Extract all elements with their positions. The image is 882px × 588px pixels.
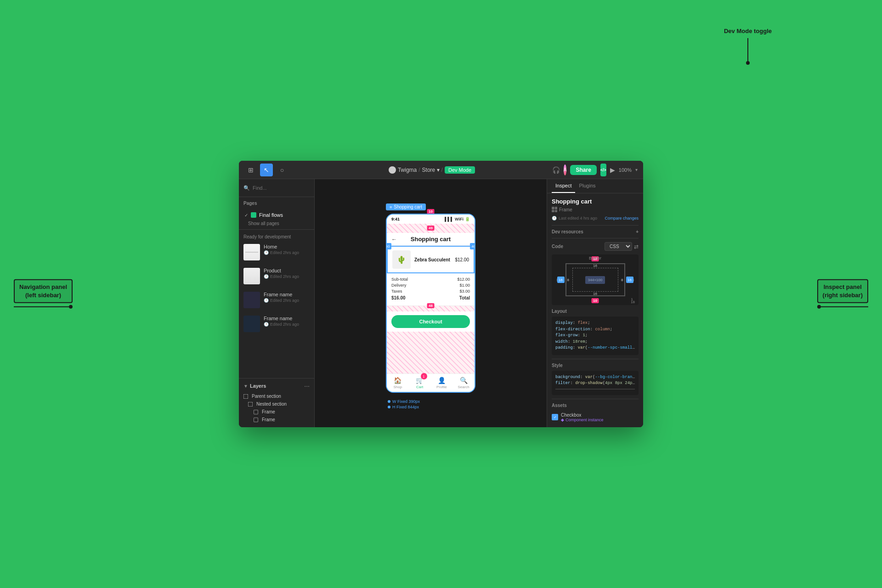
box-model-diagram: 10 16 16 Border 16 16 [552,254,639,305]
asset-item-checkbox: ✓ Checkbox ◆ Component instance [552,411,639,424]
layer-nested-section[interactable]: Nested section [239,400,314,408]
language-select[interactable]: CSS Swift Kotlin [605,242,632,251]
layer-nested-section-icon [248,402,253,407]
search-input[interactable] [253,185,316,191]
layout-code-block: display: flex; flex-direction: column; f… [552,317,639,355]
show-all-pages[interactable]: Show all pages [243,220,311,227]
main-content: 🔍 Final flows ▾ Pages ✓ Final flows Show [239,179,643,427]
app-window: ⊞ ↖ ○ Twigma / Store ▾ / Dev Mode 🎧 A Sh… [239,161,643,427]
frame-list: Home 🕐 Edited 2hrs ago Product [239,241,314,378]
checkout-section: Checkout [387,311,475,332]
pages-section-title: Pages [243,201,310,206]
style-label: Style [552,363,639,368]
box-content: 344×100 [585,276,605,284]
box-border: Border 16 16 16 16 8 8 [565,263,625,296]
divider-assets [552,399,639,399]
code-header: Code CSS Swift Kotlin ⇄ [552,242,639,251]
comment-tool-button[interactable]: ○ [276,164,288,176]
pages-section: Pages [239,197,314,210]
style-code-block: background: var(--bg-color-brand, #97655… [552,371,639,395]
headphone-icon[interactable]: 🎧 [552,166,560,174]
back-button[interactable]: ← [391,236,397,243]
box-margin: 16 16 Border 16 16 16 [556,258,634,302]
layers-section: ▼ Layers ··· Parent section Nested secti… [239,378,314,427]
phone-container: ≡ Shopping cart 10 9:41 ▌▌▌ WiFi � [386,214,475,393]
left-sidebar: 🔍 Final flows ▾ Pages ✓ Final flows Show [239,179,315,427]
nav-profile[interactable]: 👤 Profile [431,374,453,392]
user-avatar[interactable]: A [564,164,567,175]
dev-mode-toggle[interactable]: </> [600,164,606,176]
hatch-top: 49 [387,224,475,233]
layers-header: ▼ Layers ··· [239,382,314,392]
divider-style [552,359,639,359]
hatch-bottom [387,332,475,373]
share-button[interactable]: Share [570,165,596,175]
toolbar-left: ⊞ ↖ ○ [244,164,300,176]
sidebar-search-bar: 🔍 Final flows ▾ [239,179,314,197]
frame-item-1[interactable]: Frame name 🕐 Edited 2hrs ago [242,289,311,311]
breadcrumb: Twigma / Store ▾ / Dev Mode [389,166,475,174]
shop-icon: 🏠 [394,377,401,384]
nav-cart[interactable]: 🛒 1 Cart [409,374,431,392]
code-label: Code [552,244,563,249]
frame-item-home[interactable]: Home 🕐 Edited 2hrs ago [242,241,311,263]
component-type: Frame [552,207,639,212]
right-sidebar: Inspect Plugins Shopping cart Frame [547,179,643,427]
zoom-chevron[interactable]: ▾ [635,167,638,172]
inspect-tabs: Inspect Plugins [547,179,643,193]
breadcrumb-sep1: / [418,167,420,173]
summary-delivery: Delivery $1.00 [391,283,470,288]
divider-code [552,238,639,238]
product-info: Zebra Succulent [414,257,451,262]
nav-panel-annotation: Navigation panel(left sidebar) [14,279,73,309]
clock-icon-2: 🕐 [264,274,269,279]
clock-icon-inspect: 🕐 [552,216,557,220]
nav-search[interactable]: 🔍 Search [452,374,475,392]
nav-shop[interactable]: 🏠 Shop [387,374,409,392]
asset-checkbox-icon: ✓ [552,414,558,420]
pages-list: ✓ Final flows Show all pages [239,210,314,227]
layers-more-icon[interactable]: ··· [304,382,310,390]
checkout-button[interactable]: Checkout [391,315,470,328]
frame-item-2[interactable]: Frame name 🕐 Edited 2hrs ago [242,313,311,335]
frame-info-product: Product 🕐 Edited 2hrs ago [264,268,310,279]
order-summary: Sub-total $12.00 Delivery $1.00 Taxes $3… [387,273,475,306]
product-section: 40 40 🌵 Zebra Succulent $12.00 [387,246,475,273]
cursor-tool-button[interactable]: ↖ [260,164,273,176]
page-item-final-flows[interactable]: ✓ Final flows [243,210,311,220]
layers-collapse-icon[interactable]: ▼ [243,384,248,389]
toolbar-center: Twigma / Store ▾ / Dev Mode [303,166,560,174]
tab-plugins[interactable]: Plugins [575,179,599,193]
compare-link[interactable]: Compare changes [605,216,639,220]
width-indicator: W Fixed 390px [388,399,420,404]
frame-info-2: Frame name 🕐 Edited 2hrs ago [264,316,310,327]
divider-1 [239,229,314,230]
layer-frame-2[interactable]: Frame [239,416,314,424]
breadcrumb-sep2: / [441,167,443,173]
frame-thumb-home [243,244,260,260]
ready-for-dev-title: Ready for development [239,232,314,241]
frame-item-product[interactable]: Product 🕐 Edited 2hrs ago [242,265,311,287]
zoom-level: 100% [619,167,632,173]
tab-inspect[interactable]: Inspect [552,179,575,193]
product-price: $12.00 [455,257,469,262]
layers-title: ▼ Layers [243,383,266,389]
phone-nav: 🏠 Shop 🛒 1 Cart 👤 Profile [387,373,475,392]
last-edited: 🕐 Last edited 4 hrs ago Compare changes [552,216,639,220]
layer-parent-section[interactable]: Parent section [239,392,314,400]
code-settings-icon[interactable]: ⇄ [634,243,639,250]
toolbar-right: 🎧 A Share </> ▶ 100% ▾ [564,164,638,176]
grid-tool-button[interactable]: ⊞ [244,164,257,176]
box-padding: 16 16 8 8 344×100 [572,268,618,292]
height-indicator: H Fixed 844px [388,405,420,409]
play-button[interactable]: ▶ [610,164,615,176]
frame-grid-icon [552,207,557,212]
layer-frame-1[interactable]: Frame [239,408,314,416]
frame-thumb-1 [243,292,260,308]
phone-frame: 9:41 ▌▌▌ WiFi 🔋 49 [386,214,475,393]
layer-section-icon [243,394,248,399]
assets-section: Assets ✓ Checkbox ◆ Component instance [552,403,639,424]
add-resource-button[interactable]: + [636,229,639,234]
breadcrumb-project[interactable]: Store ▾ [422,167,440,173]
breadcrumb-app[interactable]: Twigma [398,167,417,173]
